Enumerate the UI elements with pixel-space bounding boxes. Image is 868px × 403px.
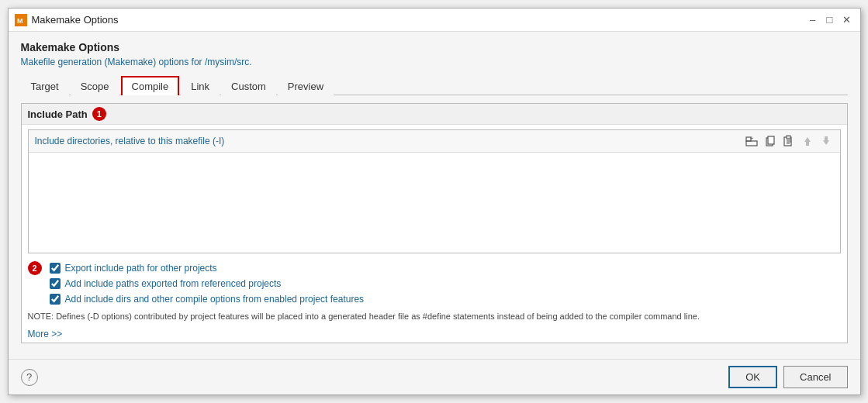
paste-icon[interactable] [781, 133, 797, 149]
include-path-link: (-I) [213, 136, 224, 146]
checkbox-add-exported[interactable] [50, 278, 61, 289]
dialog-subtitle: Makefile generation (Makemake) options f… [21, 57, 848, 67]
include-path-header: Include directories, relative to this ma… [29, 130, 840, 153]
note-text: NOTE: Defines (-D options) contributed b… [22, 308, 847, 326]
badge-2: 2 [28, 261, 42, 275]
app-icon: M [15, 14, 27, 26]
checkbox-add-dirs-label[interactable]: Add include dirs and other compile optio… [65, 294, 365, 305]
copy-icon[interactable] [763, 133, 778, 149]
svg-rect-15 [825, 136, 828, 140]
cancel-button[interactable]: Cancel [783, 366, 847, 388]
tab-link[interactable]: Link [181, 77, 220, 95]
tab-scope[interactable]: Scope [71, 77, 119, 95]
minimize-button[interactable]: – [806, 13, 820, 27]
checkbox-add-exported-label[interactable]: Add include paths exported from referenc… [65, 278, 282, 289]
include-path-content [29, 153, 840, 253]
svg-rect-8 [787, 136, 790, 139]
move-down-icon[interactable] [818, 133, 834, 149]
move-up-icon[interactable] [800, 133, 815, 149]
checkboxes-group: 2 Export include path for other projects… [22, 258, 847, 308]
checkbox-row-1: Export include path for other projects [50, 261, 365, 275]
subtitle-prefix: Makefile generation (Makemake) options f… [21, 57, 205, 67]
checkbox-add-dirs[interactable] [50, 294, 61, 305]
svg-rect-13 [806, 142, 809, 146]
checkbox-row-3: Add include dirs and other compile optio… [50, 292, 365, 306]
svg-text:+: + [749, 135, 753, 142]
include-path-label: Include directories, relative to this ma… [35, 136, 225, 146]
svg-marker-12 [804, 137, 811, 142]
badge-1: 1 [92, 107, 106, 121]
help-button[interactable]: ? [21, 369, 38, 386]
checkbox-row-2: Add include paths exported from referenc… [50, 277, 365, 291]
checkboxes-list: Export include path for other projects A… [50, 261, 365, 306]
toolbar-icons: + [744, 133, 834, 149]
tab-compile[interactable]: Compile [121, 76, 180, 95]
section-title: Include Path [28, 108, 88, 120]
ok-button[interactable]: OK [728, 366, 777, 388]
svg-marker-14 [823, 140, 829, 145]
title-bar: M Makemake Options – □ ✕ [9, 9, 860, 32]
tab-preview[interactable]: Preview [278, 77, 334, 95]
compile-section: Include Path 1 Include directories, rela… [21, 103, 848, 343]
maximize-button[interactable]: □ [823, 13, 837, 27]
add-directory-icon[interactable]: + [744, 133, 759, 149]
include-path-label-text: Include directories, relative to this ma… [35, 136, 213, 146]
tab-target[interactable]: Target [21, 77, 69, 95]
title-bar-left: M Makemake Options [15, 14, 119, 26]
svg-text:M: M [17, 17, 23, 25]
tab-custom[interactable]: Custom [221, 77, 276, 95]
section-header: Include Path 1 [22, 104, 847, 125]
close-button[interactable]: ✕ [840, 13, 854, 27]
svg-rect-6 [768, 136, 774, 144]
main-dialog: M Makemake Options – □ ✕ Makemake Option… [8, 8, 861, 395]
dialog-heading: Makemake Options [21, 41, 848, 53]
checkbox-export[interactable] [50, 263, 61, 274]
subtitle-path: /mysim/src [205, 57, 249, 67]
window-title: Makemake Options [32, 14, 119, 26]
dialog-body: Makemake Options Makefile generation (Ma… [9, 32, 860, 359]
title-controls: – □ ✕ [806, 13, 854, 27]
tabs-bar: Target Scope Compile Link Custom Preview [21, 75, 848, 95]
checkbox-export-label[interactable]: Export include path for other projects [65, 263, 217, 274]
dialog-footer: ? OK Cancel [9, 359, 860, 394]
subtitle-suffix: . [249, 57, 251, 67]
include-path-area: Include directories, relative to this ma… [28, 129, 841, 253]
footer-buttons: OK Cancel [728, 366, 847, 388]
more-link[interactable]: More >> [22, 326, 847, 343]
